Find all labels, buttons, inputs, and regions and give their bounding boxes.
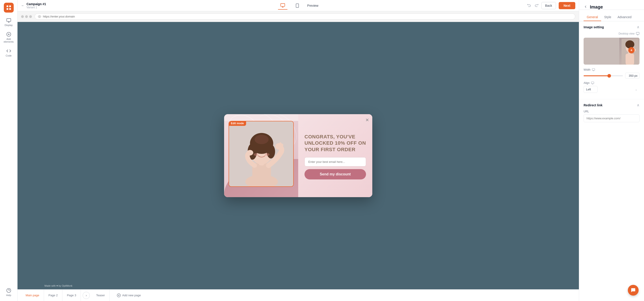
page-tab-main[interactable]: Main page <box>21 290 44 301</box>
add-elements-icon <box>6 32 11 37</box>
right-panel: Image General Style Advanced Image setti… <box>579 0 644 301</box>
align-label: Align <box>584 81 590 85</box>
align-form-row: Align Left Center Right ⌄ <box>584 81 640 93</box>
popup-cta-button[interactable]: Send my discount <box>304 169 366 179</box>
popup-box: ✕ Edit mode <box>224 114 372 197</box>
back-button[interactable]: Back <box>542 2 556 9</box>
sidebar-item-help[interactable]: Help <box>1 286 16 298</box>
image-preview[interactable]: + <box>584 38 640 65</box>
panel-tab-style[interactable]: Style <box>601 13 614 21</box>
svg-rect-8 <box>296 3 299 7</box>
top-bar-center: Preview <box>278 1 318 10</box>
svg-rect-2 <box>6 8 8 10</box>
canvas-content: ✕ Edit mode <box>18 22 579 289</box>
svg-point-18 <box>255 135 268 144</box>
desktop-view-row: Desktop view <box>584 32 640 35</box>
width-slider-thumb[interactable] <box>608 74 611 78</box>
left-sidebar: Display Add elements Code Help <box>0 0 18 301</box>
panel-tab-advanced[interactable]: Advanced <box>614 13 634 21</box>
popup-image <box>229 121 294 186</box>
image-setting-header: Image setting ∧ <box>584 25 640 29</box>
redo-icon <box>534 3 539 7</box>
campaign-variant: Variant 1 <box>26 6 46 9</box>
svg-point-17 <box>267 145 275 159</box>
sidebar-item-help-label: Help <box>6 294 11 297</box>
footer-bar: Main page Page 2 Page 3 › Teaser Add new… <box>18 289 579 301</box>
align-select[interactable]: Left Center Right <box>584 86 598 93</box>
sidebar-item-add-elements[interactable]: Add elements <box>1 30 16 45</box>
align-monitor-icon <box>591 81 594 85</box>
page-tab-2[interactable]: Page 2 <box>44 290 62 301</box>
grid-icon <box>6 5 12 10</box>
svg-point-22 <box>247 150 253 155</box>
svg-rect-3 <box>9 8 11 10</box>
desktop-device-button[interactable] <box>278 1 288 10</box>
top-bar-right: Back Next <box>527 2 575 9</box>
sidebar-item-display-label: Display <box>4 24 12 26</box>
svg-rect-35 <box>591 82 594 84</box>
width-control <box>584 73 640 79</box>
redirect-collapse-button[interactable]: ∧ <box>637 103 640 107</box>
main-area: ← Campaign #1 Variant 1 Preview <box>18 0 579 301</box>
campaign-info: Campaign #1 Variant 1 <box>26 2 46 9</box>
svg-rect-0 <box>6 5 8 7</box>
undo-button[interactable] <box>527 3 532 8</box>
add-image-button[interactable]: + <box>628 47 634 53</box>
align-control: Left Center Right ⌄ <box>584 86 640 93</box>
panel-tab-general[interactable]: General <box>584 13 601 21</box>
svg-rect-27 <box>636 32 639 34</box>
made-with-label: Made with ♥ by OptiMonk <box>44 285 72 287</box>
browser-dot-yellow <box>25 15 28 18</box>
chat-icon <box>630 288 636 293</box>
mobile-device-button[interactable] <box>293 2 302 9</box>
chat-bubble-button[interactable] <box>628 285 638 296</box>
page-tabs-next-button[interactable]: › <box>83 292 90 299</box>
browser-address-bar[interactable]: https://enter.your.domain <box>34 13 575 19</box>
woman-illustration <box>229 121 294 186</box>
monitor-icon-small <box>636 32 640 35</box>
browser-dots <box>21 15 32 18</box>
popup-right: CONGRATS, YOU'VE UNLOCKED 10% OFF ON YOU… <box>298 114 372 197</box>
svg-rect-1 <box>9 5 11 7</box>
app-logo[interactable] <box>4 3 14 12</box>
panel-back-button[interactable] <box>584 5 588 10</box>
sidebar-item-code[interactable]: Code <box>1 47 16 59</box>
align-select-wrapper: Left Center Right ⌄ <box>584 86 640 93</box>
canvas-area: https://enter.your.domain ✕ <box>18 11 579 301</box>
panel-tabs: General Style Advanced <box>579 11 644 21</box>
width-slider-fill <box>584 75 609 76</box>
sidebar-item-display[interactable]: Display <box>1 16 16 28</box>
add-new-page-button[interactable]: Add new page <box>113 290 144 301</box>
desktop-icon <box>280 3 285 8</box>
url-input[interactable] <box>584 114 640 122</box>
popup-close-button[interactable]: ✕ <box>365 117 369 123</box>
popup-left: Edit mode <box>224 114 298 197</box>
mobile-icon <box>295 3 300 8</box>
svg-rect-34 <box>592 69 595 70</box>
width-slider[interactable] <box>584 75 623 76</box>
popup-image-frame[interactable]: Edit mode <box>228 121 294 187</box>
redirect-link-section: Redirect link ∧ URL <box>579 99 644 126</box>
back-to-campaigns-button[interactable]: ← <box>21 3 25 8</box>
undo-icon <box>527 3 532 7</box>
browser-dot-red <box>21 15 24 18</box>
eye-icon <box>38 15 41 18</box>
width-input[interactable] <box>625 73 640 79</box>
page-tabs: Main page Page 2 Page 3 › Teaser <box>18 290 113 301</box>
redo-button[interactable] <box>534 3 539 8</box>
browser-url: https://enter.your.domain <box>43 15 75 18</box>
image-setting-section: Image setting ∧ Desktop view <box>579 21 644 99</box>
plus-circle-icon <box>117 293 121 298</box>
image-setting-title: Image setting <box>584 25 604 29</box>
redirect-header: Redirect link ∧ <box>584 103 640 107</box>
image-setting-collapse-button[interactable]: ∧ <box>637 25 640 29</box>
svg-point-20 <box>265 153 270 156</box>
page-tab-teaser[interactable]: Teaser <box>92 290 110 301</box>
popup-email-input[interactable] <box>304 157 366 166</box>
width-label: Width <box>584 68 590 71</box>
top-bar: ← Campaign #1 Variant 1 Preview <box>18 0 579 11</box>
svg-rect-4 <box>6 19 10 21</box>
add-page-label: Add new page <box>122 294 141 297</box>
next-button[interactable]: Next <box>559 2 575 9</box>
page-tab-3[interactable]: Page 3 <box>62 290 81 301</box>
